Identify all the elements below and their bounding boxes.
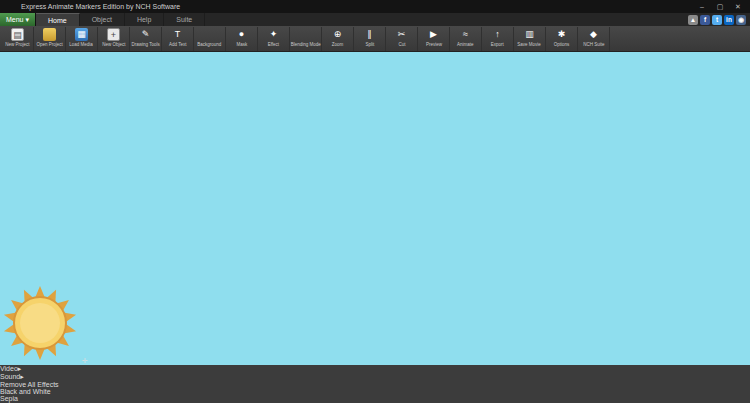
- zoom-icon: ⊕: [331, 28, 344, 41]
- sun-graphic[interactable]: [0, 283, 80, 363]
- submenu-item-label: Sepia: [0, 395, 18, 402]
- nch-suite-icon: ◆: [587, 28, 600, 41]
- toolbar-button-label: Load Media: [70, 42, 94, 47]
- toolbar-button-label: New Project: [5, 42, 29, 47]
- toolbar-button-new-project[interactable]: ▤New Project: [2, 27, 34, 51]
- toolbar-button-drawing-tools[interactable]: ✎Drawing Tools: [130, 27, 162, 51]
- options-icon: ✱: [555, 28, 568, 41]
- toolbar-button-label: Options: [554, 42, 570, 47]
- minimize-button[interactable]: –: [697, 3, 707, 11]
- toolbar-button-add-text[interactable]: TAdd Text: [162, 27, 194, 51]
- video-effects-submenu: Black and WhiteSepiaNegativeNoiseBrightn…: [0, 388, 750, 403]
- toolbar-button-label: Export: [491, 42, 504, 47]
- preview-icon: ▶: [427, 28, 440, 41]
- load-media-icon: ▦: [75, 28, 88, 41]
- menu-item-remove-all-effects[interactable]: Remove All Effects: [0, 381, 750, 388]
- toolbar-button-label: Save Movie: [518, 42, 542, 47]
- cloud-shape: [0, 259, 60, 283]
- split-icon: ∥: [363, 28, 376, 41]
- submenu-item-label: Black and White: [0, 388, 51, 395]
- toolbar-button-label: Animate: [457, 42, 474, 47]
- tab-home[interactable]: Home: [36, 13, 80, 26]
- toolbar-button-zoom[interactable]: ⊕Zoom: [322, 27, 354, 51]
- menu-button[interactable]: Menu ▾: [0, 13, 36, 26]
- toolbar-button-label: Background: [197, 42, 221, 47]
- app-window: Express Animate Markers Edition by NCH S…: [0, 0, 750, 403]
- toolbar-button-label: Zoom: [332, 42, 344, 47]
- ribbon-tabs: HomeObjectHelpSuite: [36, 13, 205, 26]
- tab-object[interactable]: Object: [80, 13, 125, 26]
- menu-item-sound[interactable]: Sound▸: [0, 373, 750, 381]
- share-icon[interactable]: ▲: [688, 15, 698, 25]
- toolbar-button-label: Drawing Tools: [131, 42, 159, 47]
- twitter-icon[interactable]: t: [712, 15, 722, 25]
- toolbar-button-new-object[interactable]: +New Object: [98, 27, 130, 51]
- save-movie-icon: ▥: [523, 28, 536, 41]
- drawing-tools-icon: ✎: [139, 28, 152, 41]
- cloud-graphics: [0, 37, 750, 283]
- toolbar-button-preview[interactable]: ▶Preview: [418, 27, 450, 51]
- submenu-arrow-icon: ▸: [18, 365, 22, 372]
- submenu-item-black-and-white[interactable]: Black and White: [0, 388, 750, 395]
- add-text-icon: T: [171, 28, 184, 41]
- composition-canvas[interactable]: ✛: [0, 37, 750, 365]
- open-project-icon: [43, 28, 56, 41]
- toolbar-button-nch-suite[interactable]: ◆NCH Suite: [578, 27, 610, 51]
- toolbar-button-animate[interactable]: ≈Animate: [450, 27, 482, 51]
- toolbar-button-effect[interactable]: ✦Effect: [258, 27, 290, 51]
- menu-item-label: Video: [0, 365, 18, 372]
- new-project-icon: ▤: [11, 28, 24, 41]
- toolbar-button-mask[interactable]: ●Mask: [226, 27, 258, 51]
- animate-icon: ≈: [459, 28, 472, 41]
- toolbar-button-split[interactable]: ∥Split: [354, 27, 386, 51]
- toolbar-button-label: Cut: [398, 42, 405, 47]
- web-icon[interactable]: ◉: [736, 15, 746, 25]
- toolbar-button-label: Add Text: [169, 42, 186, 47]
- preview-area: ✛: [0, 37, 750, 365]
- cloud-shape: [0, 99, 112, 141]
- submenu-arrow-icon: ▸: [20, 373, 24, 380]
- title-bar: Express Animate Markers Edition by NCH S…: [0, 0, 750, 13]
- tab-suite[interactable]: Suite: [164, 13, 205, 26]
- cloud-shape: [0, 201, 72, 229]
- main-toolbar: ▤New ProjectOpen Project▦Load Media+New …: [0, 26, 750, 52]
- cloud-shape: [0, 65, 96, 99]
- toolbar-button-options[interactable]: ✱Options: [546, 27, 578, 51]
- toolbar-button-blending-mode[interactable]: Blending Mode: [290, 27, 322, 51]
- toolbar-button-load-media[interactable]: ▦Load Media: [66, 27, 98, 51]
- new-object-icon: +: [107, 28, 120, 41]
- toolbar-button-export[interactable]: ↑Export: [482, 27, 514, 51]
- close-button[interactable]: ✕: [733, 3, 743, 11]
- background-icon: [203, 28, 216, 41]
- tab-help[interactable]: Help: [125, 13, 164, 26]
- toolbar-button-label: Preview: [425, 42, 441, 47]
- menu-item-video[interactable]: Video▸: [0, 365, 750, 373]
- toolbar-button-label: New Object: [102, 42, 125, 47]
- window-controls: – ▢ ✕: [697, 3, 747, 11]
- toolbar-button-label: Effect: [268, 42, 279, 47]
- cut-icon: ✂: [395, 28, 408, 41]
- toolbar-button-save-movie[interactable]: ▥Save Movie: [514, 27, 546, 51]
- toolbar-button-label: Blending Mode: [290, 42, 320, 47]
- toolbar-button-label: Open Project: [36, 42, 62, 47]
- effect-icon: ✦: [267, 28, 280, 41]
- menu-tab-bar: Menu ▾ HomeObjectHelpSuite ▲ftin◉: [0, 13, 750, 26]
- toolbar-button-background[interactable]: Background: [194, 27, 226, 51]
- blending-mode-icon: [299, 28, 312, 41]
- facebook-icon[interactable]: f: [700, 15, 710, 25]
- mask-icon: ●: [235, 28, 248, 41]
- toolbar-button-label: Split: [365, 42, 374, 47]
- submenu-item-sepia[interactable]: Sepia: [0, 395, 750, 402]
- maximize-button[interactable]: ▢: [715, 3, 725, 11]
- toolbar-button-open-project[interactable]: Open Project: [34, 27, 66, 51]
- linkedin-icon[interactable]: in: [724, 15, 734, 25]
- window-title: Express Animate Markers Edition by NCH S…: [21, 3, 180, 10]
- quick-access-toolbar: [3, 2, 15, 11]
- toolbar-button-cut[interactable]: ✂Cut: [386, 27, 418, 51]
- menu-item-label: Remove All Effects: [0, 381, 59, 388]
- cloud-shape: [0, 175, 66, 201]
- export-icon: ↑: [491, 28, 504, 41]
- toolbar-button-label: Mask: [236, 42, 247, 47]
- anchor-point-icon[interactable]: ✛: [82, 357, 88, 364]
- menu-item-label: Sound: [0, 373, 20, 380]
